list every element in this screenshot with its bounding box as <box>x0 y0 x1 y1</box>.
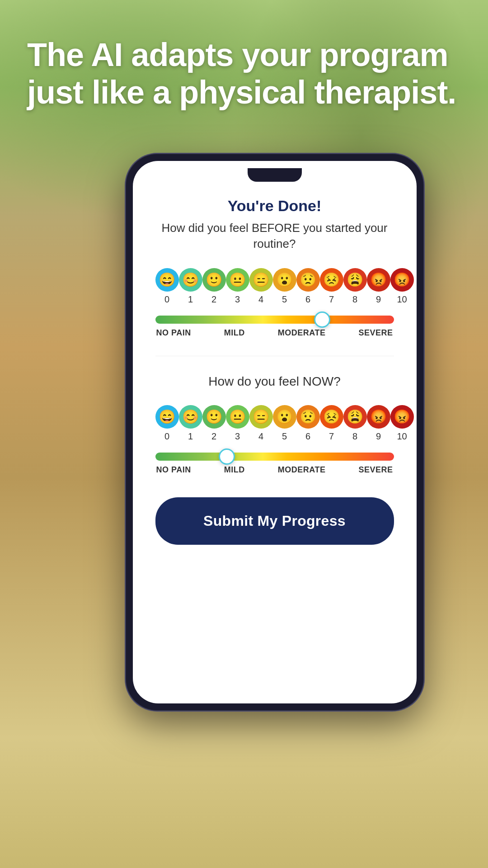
phone-notch <box>248 168 302 182</box>
phone-frame: You're Done! How did you feel BEFORE you… <box>126 154 424 711</box>
now-emoji-item-2[interactable]: 🙂 2 <box>202 405 226 442</box>
section-divider <box>155 356 394 356</box>
now-emoji-item-8[interactable]: 😩 8 <box>343 405 367 442</box>
emoji-circle-3: 😐 <box>226 268 249 292</box>
emoji-num-4: 4 <box>258 294 263 305</box>
emoji-circle-2: 🙂 <box>202 268 226 292</box>
emoji-num-1: 1 <box>188 294 193 305</box>
done-title: You're Done! <box>155 197 394 215</box>
emoji-circle-6: 😟 <box>296 268 320 292</box>
now-emoji-item-3[interactable]: 😐 3 <box>226 405 249 442</box>
emoji-num-2: 2 <box>211 294 216 305</box>
now-emoji-circle-2: 🙂 <box>202 405 226 429</box>
emoji-item-9[interactable]: 😡 9 <box>367 268 390 305</box>
now-emoji-item-1[interactable]: 😊 1 <box>179 405 202 442</box>
emoji-item-5[interactable]: 😮 5 <box>273 268 296 305</box>
emoji-num-3: 3 <box>235 294 240 305</box>
before-slider-labels: NO PAIN MILD MODERATE SEVERE <box>155 328 394 338</box>
emoji-num-0: 0 <box>164 294 169 305</box>
emoji-circle-8: 😩 <box>343 268 367 292</box>
emoji-num-8: 8 <box>352 294 357 305</box>
now-emoji-item-10[interactable]: 😡 10 <box>390 405 414 442</box>
now-emoji-num-9: 9 <box>376 431 381 442</box>
now-emoji-circle-5: 😮 <box>273 405 296 429</box>
phone-mockup: You're Done! How did you feel BEFORE you… <box>72 154 477 711</box>
headline-line2: just like a physical therapist. <box>27 74 456 110</box>
emoji-num-9: 9 <box>376 294 381 305</box>
before-label-severe: SEVERE <box>358 328 393 338</box>
now-emoji-circle-0: 😄 <box>155 405 179 429</box>
now-emoji-circle-10: 😡 <box>390 405 414 429</box>
now-emoji-item-0[interactable]: 😄 0 <box>155 405 179 442</box>
now-emoji-num-0: 0 <box>164 431 169 442</box>
emoji-item-7[interactable]: 😣 7 <box>320 268 343 305</box>
before-slider-container[interactable]: NO PAIN MILD MODERATE SEVERE <box>155 316 394 338</box>
emoji-item-10[interactable]: 😡 10 <box>390 268 414 305</box>
emoji-item-4[interactable]: 😑 4 <box>249 268 273 305</box>
emoji-circle-1: 😊 <box>179 268 202 292</box>
now-label-no-pain: NO PAIN <box>156 465 191 475</box>
emoji-item-8[interactable]: 😩 8 <box>343 268 367 305</box>
now-emoji-circle-6: 😟 <box>296 405 320 429</box>
now-slider-labels: NO PAIN MILD MODERATE SEVERE <box>155 465 394 475</box>
emoji-circle-4: 😑 <box>249 268 273 292</box>
now-emoji-num-1: 1 <box>188 431 193 442</box>
now-emoji-circle-8: 😩 <box>343 405 367 429</box>
now-emoji-item-4[interactable]: 😑 4 <box>249 405 273 442</box>
now-label-severe: SEVERE <box>358 465 393 475</box>
emoji-circle-5: 😮 <box>273 268 296 292</box>
emoji-num-10: 10 <box>397 294 407 305</box>
now-label-moderate: MODERATE <box>278 465 326 475</box>
now-emoji-num-3: 3 <box>235 431 240 442</box>
now-emoji-item-7[interactable]: 😣 7 <box>320 405 343 442</box>
emoji-circle-9: 😡 <box>367 268 390 292</box>
phone-screen: You're Done! How did you feel BEFORE you… <box>133 161 417 703</box>
emoji-circle-7: 😣 <box>320 268 343 292</box>
now-emoji-item-9[interactable]: 😡 9 <box>367 405 390 442</box>
emoji-item-3[interactable]: 😐 3 <box>226 268 249 305</box>
emoji-circle-0: 😄 <box>155 268 179 292</box>
before-label-mild: MILD <box>224 328 245 338</box>
now-label-mild: MILD <box>224 465 245 475</box>
emoji-circle-10: 😡 <box>390 268 414 292</box>
submit-progress-button[interactable]: Submit My Progress <box>155 497 394 545</box>
now-emoji-num-7: 7 <box>329 431 334 442</box>
before-slider-thumb[interactable] <box>314 311 330 328</box>
before-label-no-pain: NO PAIN <box>156 328 191 338</box>
now-emoji-circle-4: 😑 <box>249 405 273 429</box>
now-slider-track <box>155 453 394 461</box>
emoji-item-2[interactable]: 🙂 2 <box>202 268 226 305</box>
now-emoji-circle-7: 😣 <box>320 405 343 429</box>
before-question: How did you feel BEFORE you started your… <box>155 220 394 252</box>
headline-line1: The AI adapts your program <box>27 37 448 73</box>
emoji-num-5: 5 <box>282 294 287 305</box>
emoji-num-7: 7 <box>329 294 334 305</box>
emoji-item-0[interactable]: 😄 0 <box>155 268 179 305</box>
now-emoji-num-5: 5 <box>282 431 287 442</box>
now-question: How do you feel NOW? <box>155 374 394 389</box>
now-emoji-circle-9: 😡 <box>367 405 390 429</box>
now-emoji-num-2: 2 <box>211 431 216 442</box>
now-emoji-num-4: 4 <box>258 431 263 442</box>
emoji-item-1[interactable]: 😊 1 <box>179 268 202 305</box>
now-emoji-item-6[interactable]: 😟 6 <box>296 405 320 442</box>
now-slider-thumb[interactable] <box>219 448 235 465</box>
emoji-item-6[interactable]: 😟 6 <box>296 268 320 305</box>
headline: The AI adapts your program just like a p… <box>27 36 461 111</box>
now-emoji-num-10: 10 <box>397 431 407 442</box>
before-emoji-row: 😄 0 😊 1 🙂 2 😐 3 <box>155 268 394 305</box>
before-slider-track <box>155 316 394 324</box>
now-slider-container[interactable]: NO PAIN MILD MODERATE SEVERE <box>155 453 394 475</box>
now-emoji-circle-1: 😊 <box>179 405 202 429</box>
now-emoji-row: 😄 0 😊 1 🙂 2 😐 3 <box>155 405 394 442</box>
now-emoji-item-5[interactable]: 😮 5 <box>273 405 296 442</box>
now-emoji-num-8: 8 <box>352 431 357 442</box>
now-emoji-circle-3: 😐 <box>226 405 249 429</box>
screen-content: You're Done! How did you feel BEFORE you… <box>155 188 394 545</box>
emoji-num-6: 6 <box>305 294 310 305</box>
now-emoji-num-6: 6 <box>305 431 310 442</box>
before-label-moderate: MODERATE <box>278 328 326 338</box>
